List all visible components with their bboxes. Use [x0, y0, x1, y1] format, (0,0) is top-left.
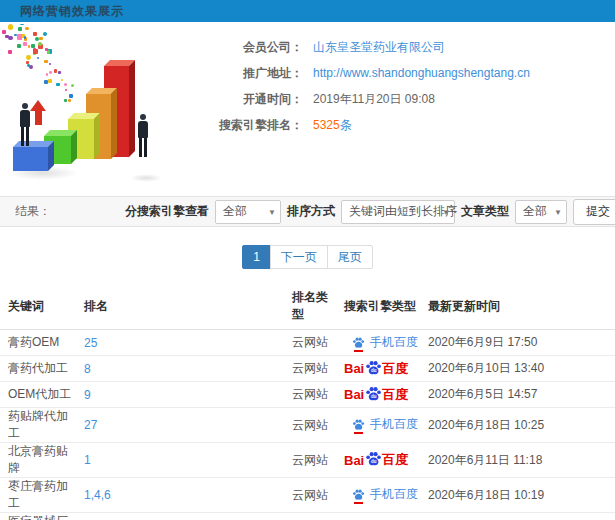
rank-link[interactable]: 1	[84, 453, 91, 467]
confetti-dot	[49, 63, 51, 65]
svg-text:du: du	[371, 393, 377, 398]
confetti-dot	[17, 44, 21, 48]
confetti-dot	[2, 30, 6, 34]
svg-text:du: du	[371, 367, 377, 372]
baidu-logo[interactable]: Baidu百度	[344, 450, 408, 470]
field-open-time: 开通时间： 2019年11月20日 09:08	[195, 86, 615, 112]
confetti-dot	[49, 71, 52, 74]
table-row: 膏药OEM25云网站手机百度2020年6月9日 17:50	[0, 330, 615, 356]
engine-cell: Baidu百度	[336, 356, 420, 382]
sort-select[interactable]: 关键词由短到长排序 ▼	[341, 200, 455, 224]
rank-link[interactable]: 9	[84, 388, 91, 402]
mobile-baidu-paw-icon	[352, 418, 365, 431]
updated-cell: 2020年6月18日 10:25	[420, 408, 615, 443]
keyword-cell: 枣庄膏药加工	[0, 478, 76, 513]
rank-cell: 4	[76, 513, 284, 520]
rank-type-cell: 云网站	[284, 356, 336, 382]
businessman-right	[136, 114, 150, 157]
open-time-value: 2019年11月20日 09:08	[313, 91, 435, 108]
confetti-dot	[68, 99, 70, 101]
filter-group: 分搜索引擎查看 全部 ▼ 排序方式 关键词由短到长排序 ▼ 文章类型 全部 ▼ …	[125, 199, 615, 225]
confetti-dot	[25, 27, 29, 31]
confetti-dot	[64, 99, 67, 102]
company-link[interactable]: 山东皇圣堂药业有限公司	[313, 39, 445, 56]
col-keyword: 关键词	[0, 283, 76, 330]
result-label: 结果：	[15, 203, 51, 220]
field-rank-count: 搜索引擎排名： 5325条	[195, 112, 615, 138]
page-1-button[interactable]: 1	[242, 245, 271, 269]
rank-type-cell: 云网站	[284, 443, 336, 478]
updated-cell: 2020年6月11日 11:18	[420, 443, 615, 478]
baidu-logo[interactable]: Baidu百度	[344, 359, 408, 379]
url-label: 推广地址：	[195, 65, 303, 82]
company-label: 会员公司：	[195, 39, 303, 56]
confetti-dot	[56, 83, 60, 87]
article-type-select[interactable]: 全部 ▼	[515, 200, 567, 224]
pagination: 1 下一页 尾页	[0, 245, 615, 269]
rank-link[interactable]: 1,4,6	[84, 488, 111, 502]
confetti-dot	[27, 64, 30, 67]
col-rank-type: 排名类型	[284, 283, 336, 330]
confetti-dot	[38, 42, 42, 46]
col-updated: 最新更新时间	[420, 283, 615, 330]
confetti-dot	[33, 32, 37, 36]
confetti-dot	[71, 84, 74, 87]
engine-cell: 手机百度	[336, 330, 420, 356]
baidu-paw-icon	[352, 336, 365, 349]
title-bar: 网络营销效果展示	[0, 0, 615, 22]
result-filter-bar: 结果： 分搜索引擎查看 全部 ▼ 排序方式 关键词由短到长排序 ▼ 文章类型 全…	[0, 196, 615, 227]
rank-type-cell: 云网站	[284, 330, 336, 356]
member-info: 会员公司： 山东皇圣堂药业有限公司 推广地址： http://www.shand…	[195, 22, 615, 138]
updated-cell: 2020年6月18日 10:19	[420, 478, 615, 513]
engine-cell: Baidu百度	[336, 513, 420, 520]
engine-cell: 手机百度	[336, 408, 420, 443]
col-engine-type: 搜索引擎类型	[336, 283, 420, 330]
updated-cell: 2020年6月5日 14:57	[420, 382, 615, 408]
confetti-dot	[65, 89, 67, 91]
baidu-logo-bai: Bai	[344, 361, 364, 376]
next-page-button[interactable]: 下一页	[270, 245, 328, 269]
confetti-dot	[47, 50, 51, 54]
page-title: 网络营销效果展示	[20, 3, 124, 20]
baidu-logo[interactable]: Baidu百度	[344, 385, 408, 405]
updated-cell: 2020年6月10日 13:40	[420, 356, 615, 382]
updated-cell: 2020年6月9日 17:50	[420, 330, 615, 356]
submit-button[interactable]: 提交	[573, 199, 615, 225]
chevron-down-icon: ▼	[554, 208, 562, 217]
rank-type-cell: 云网站	[284, 513, 336, 520]
rank-count-value: 5325	[313, 118, 340, 132]
table-body: 膏药OEM25云网站手机百度2020年6月9日 17:50膏药代加工8云网站Ba…	[0, 330, 615, 520]
article-select-value: 全部	[523, 203, 547, 220]
open-time-label: 开通时间：	[195, 91, 303, 108]
businessman-left	[18, 103, 32, 146]
engine-select[interactable]: 全部 ▼	[215, 200, 281, 224]
baidu-logo-han: 百度	[382, 386, 408, 404]
last-page-button[interactable]: 尾页	[327, 245, 373, 269]
keyword-cell: 膏药OEM	[0, 330, 76, 356]
confetti-dot	[54, 69, 57, 72]
keyword-cell: 医疗器械厂家	[0, 513, 76, 520]
engine-cell: 手机百度	[336, 478, 420, 513]
mobile-baidu-badge[interactable]: 手机百度	[352, 334, 418, 351]
confetti-dot	[18, 27, 22, 31]
confetti-dot	[35, 37, 39, 41]
promo-graphic	[0, 24, 190, 184]
field-url: 推广地址： http://www.shandonghuangshengtang.…	[195, 60, 615, 86]
baidu-logo-han: 百度	[382, 360, 408, 378]
mobile-baidu-badge[interactable]: 手机百度	[352, 416, 418, 433]
confetti-dot	[33, 49, 38, 54]
rank-link[interactable]: 8	[84, 362, 91, 376]
rank-count-label: 搜索引擎排名：	[195, 117, 303, 134]
baidu-logo-han: 百度	[382, 451, 408, 469]
updated-cell: 2020年5月29日 10:32	[420, 513, 615, 520]
promo-url-link[interactable]: http://www.shandonghuangshengtang.cn	[313, 66, 530, 80]
mobile-baidu-badge[interactable]: 手机百度	[352, 486, 418, 503]
baidu-logo-bai: Bai	[344, 453, 364, 468]
rank-cell: 1	[76, 443, 284, 478]
rank-link[interactable]: 27	[84, 418, 97, 432]
rank-link[interactable]: 25	[84, 336, 97, 350]
growth-arrow-icon	[30, 100, 47, 125]
confetti-dot	[26, 55, 31, 60]
rank-cell: 25	[76, 330, 284, 356]
confetti-dot	[28, 45, 30, 47]
